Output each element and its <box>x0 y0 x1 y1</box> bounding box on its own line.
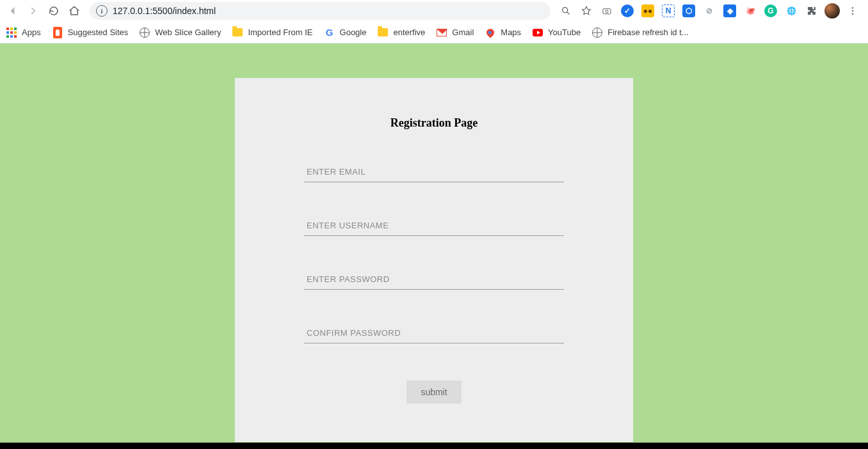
profile-avatar[interactable] <box>823 2 841 20</box>
extension-diamond-icon[interactable]: ◆ <box>721 2 739 20</box>
bookmark-label: Suggested Sites <box>68 28 129 37</box>
bookmark-suggested-sites[interactable]: Suggested Sites <box>52 28 129 38</box>
extension-globe-icon[interactable]: 🌐 <box>782 2 800 20</box>
back-button[interactable] <box>4 2 22 20</box>
reload-button[interactable] <box>45 2 63 20</box>
svg-point-2 <box>606 10 608 13</box>
svg-point-5 <box>852 13 853 14</box>
taskbar-strip <box>0 443 868 449</box>
svg-point-3 <box>852 7 853 8</box>
bookmark-label: enterfive <box>393 28 425 37</box>
globe-icon <box>140 28 150 38</box>
bookmarks-bar: Apps Suggested Sites Web Slice Gallery I… <box>0 22 868 43</box>
gmail-icon <box>437 28 447 38</box>
bookmark-web-slice[interactable]: Web Slice Gallery <box>140 28 221 38</box>
svg-point-4 <box>852 10 853 12</box>
password-input[interactable] <box>304 269 564 290</box>
bookmark-label: Apps <box>22 28 41 37</box>
zoom-icon[interactable] <box>557 2 575 20</box>
browser-chrome: i 127.0.0.1:5500/index.html ✓ ●● N ⬡ ⊘ ◆… <box>0 0 868 43</box>
bookmark-label: Maps <box>501 28 521 37</box>
extension-grammarly-icon[interactable]: G <box>762 2 780 20</box>
bookmark-enterfive[interactable]: enterfive <box>378 28 425 38</box>
folder-icon <box>378 28 388 38</box>
bookmark-label: YouTube <box>548 28 581 37</box>
svg-point-0 <box>563 8 568 13</box>
bookmark-label: Firebase refresh id t... <box>607 28 688 37</box>
bookmark-label: Imported From IE <box>248 28 312 37</box>
extension-block-icon[interactable]: ⊘ <box>700 2 718 20</box>
site-info-icon[interactable]: i <box>96 5 108 17</box>
username-input[interactable] <box>304 216 564 236</box>
globe-icon <box>592 28 602 38</box>
extension-shield-icon[interactable]: ⬡ <box>680 2 698 20</box>
address-bar[interactable]: i 127.0.0.1:5500/index.html <box>90 2 551 20</box>
toolbar-actions: ✓ ●● N ⬡ ⊘ ◆ 🐙 G 🌐 <box>557 2 864 20</box>
bookmark-youtube[interactable]: YouTube <box>533 28 581 38</box>
bookmark-label: Google <box>340 28 367 37</box>
extension-camera-icon[interactable] <box>598 2 616 20</box>
apps-icon <box>6 28 17 38</box>
lightbulb-icon <box>52 28 63 38</box>
chrome-menu-icon[interactable] <box>844 2 862 20</box>
bookmark-gmail[interactable]: Gmail <box>437 28 474 38</box>
email-input[interactable] <box>304 162 564 182</box>
extensions-puzzle-icon[interactable] <box>803 2 821 20</box>
extension-check-icon[interactable]: ✓ <box>618 2 636 20</box>
maps-icon <box>485 28 495 38</box>
google-icon: G <box>325 28 335 38</box>
submit-button[interactable]: submit <box>406 381 461 404</box>
bookmark-maps[interactable]: Maps <box>485 28 521 38</box>
folder-icon <box>232 28 243 38</box>
bookmark-label: Gmail <box>452 28 474 37</box>
page-viewport: Registration Page submit <box>0 43 868 443</box>
bookmark-star-icon[interactable] <box>577 2 595 20</box>
registration-card: Registration Page submit <box>235 78 633 442</box>
browser-toolbar: i 127.0.0.1:5500/index.html ✓ ●● N ⬡ ⊘ ◆… <box>0 0 868 22</box>
bookmark-imported-ie[interactable]: Imported From IE <box>232 28 312 38</box>
bookmark-apps[interactable]: Apps <box>6 28 41 38</box>
page-title: Registration Page <box>390 116 478 130</box>
extension-gitkraken-icon[interactable]: 🐙 <box>741 2 759 20</box>
svg-rect-1 <box>603 9 611 14</box>
extension-n-icon[interactable]: N <box>659 2 677 20</box>
youtube-icon <box>533 28 543 38</box>
confirm-password-input[interactable] <box>304 323 564 343</box>
bookmark-label: Web Slice Gallery <box>155 28 221 37</box>
extension-box-icon[interactable]: ●● <box>639 2 657 20</box>
home-button[interactable] <box>65 2 83 20</box>
bookmark-google[interactable]: G Google <box>325 28 367 38</box>
forward-button[interactable] <box>24 2 42 20</box>
bookmark-firebase[interactable]: Firebase refresh id t... <box>592 28 688 38</box>
url-text: 127.0.0.1:5500/index.html <box>113 6 216 16</box>
